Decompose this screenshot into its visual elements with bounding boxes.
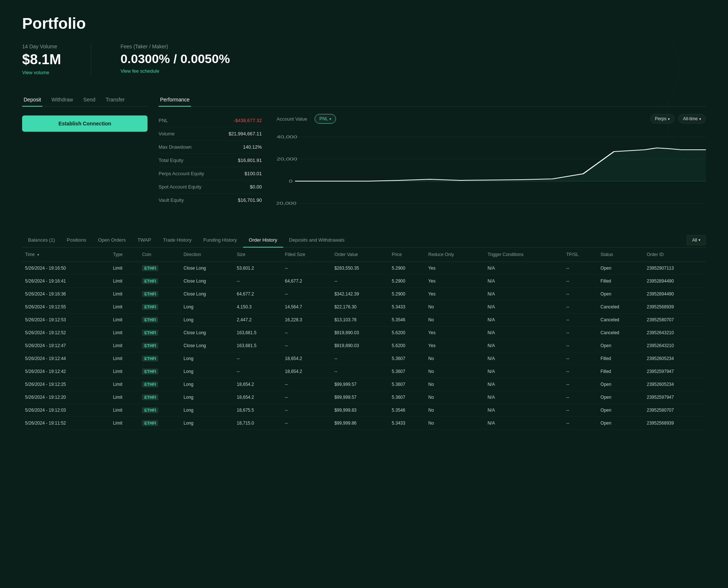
svg-marker-8 (295, 148, 706, 181)
col-status: Status (597, 248, 644, 262)
cell-time: 5/26/2024 - 19:12:47 (22, 339, 110, 352)
col-order-id: Order ID (644, 248, 706, 262)
cell-type: Limit (110, 262, 139, 275)
cell-price: 5.3607 (389, 391, 425, 404)
cell-type: Limit (110, 301, 139, 314)
tab-trade-history[interactable]: Trade History (157, 233, 198, 247)
cell-direction: Long (181, 301, 234, 314)
col-trigger: Trigger Conditions (485, 248, 564, 262)
cell-order-value: $283,550.35 (332, 262, 389, 275)
coin-badge: ETHFI (142, 330, 158, 336)
cell-filled-size: -- (282, 391, 332, 404)
right-panel: Performance PNL -$438,677.32 Volume $21,… (159, 94, 706, 218)
cell-reduce-only: No (425, 352, 485, 365)
performance-tabs-row: Performance (159, 94, 706, 107)
cell-price: 5.3607 (389, 352, 425, 365)
cell-trigger: N/A (485, 326, 564, 339)
cell-order-id: 23952907113 (644, 262, 706, 275)
tab-positions[interactable]: Positions (61, 233, 92, 247)
cell-time: 5/26/2024 - 19:16:50 (22, 262, 110, 275)
table-row: 5/26/2024 - 19:12:20 Limit ETHFI Long 18… (22, 391, 706, 404)
performance-chart: 40,000 20,000 0 -20,000 (277, 129, 706, 218)
cell-coin: ETHFI (139, 417, 180, 430)
fees-label: Fees (Taker / Maker) (121, 44, 230, 49)
filter-chevron-icon: ▾ (698, 238, 700, 242)
cell-type: Limit (110, 326, 139, 339)
cell-price: 5.3433 (389, 301, 425, 314)
filter-dropdown[interactable]: All ▾ (687, 235, 706, 245)
cell-tp-sl: -- (564, 417, 598, 430)
metric-total-equity: Total Equity $16,801.91 (159, 154, 262, 167)
cell-status: Open (597, 339, 644, 352)
cell-order-value: -- (332, 365, 389, 378)
volume-stat: 14 Day Volume $8.1M View volume (22, 44, 61, 75)
view-fee-schedule-link[interactable]: View fee schedule (121, 68, 159, 74)
cell-reduce-only: No (425, 417, 485, 430)
tab-balances[interactable]: Balances (1) (22, 233, 61, 247)
tab-funding-history[interactable]: Funding History (198, 233, 243, 247)
cell-type: Limit (110, 391, 139, 404)
cell-order-value: $919,890.03 (332, 339, 389, 352)
left-panel: Deposit Withdraw Send Transfer Establish… (22, 94, 148, 218)
alltime-filter[interactable]: All-time ▾ (678, 114, 706, 124)
cell-order-id: 23952580707 (644, 314, 706, 326)
tab-send[interactable]: Send (82, 94, 97, 106)
view-volume-link[interactable]: View volume (22, 70, 49, 75)
cell-direction: Close Long (181, 288, 234, 301)
cell-order-id: 23952568939 (644, 417, 706, 430)
cell-type: Limit (110, 314, 139, 326)
cell-reduce-only: No (425, 391, 485, 404)
metric-pnl: PNL -$438,677.32 (159, 114, 262, 127)
alltime-chevron-icon: ▾ (699, 117, 701, 121)
cell-coin: ETHFI (139, 326, 180, 339)
cell-reduce-only: Yes (425, 288, 485, 301)
bottom-section: Balances (1) Positions Open Orders TWAP … (22, 233, 706, 430)
cell-tp-sl: -- (564, 365, 598, 378)
cell-tp-sl: -- (564, 404, 598, 417)
cell-trigger: N/A (485, 378, 564, 391)
cell-size: 18,675.5 (234, 404, 282, 417)
tab-open-orders[interactable]: Open Orders (92, 233, 132, 247)
chart-container: 40,000 20,000 0 -20,000 (277, 129, 706, 218)
cell-price: 5.3546 (389, 404, 425, 417)
tab-order-history[interactable]: Order History (243, 233, 283, 247)
table-row: 5/26/2024 - 19:12:03 Limit ETHFI Long 18… (22, 404, 706, 417)
table-row: 5/26/2024 - 19:16:41 Limit ETHFI Close L… (22, 275, 706, 288)
col-time[interactable]: Time ▾ (22, 248, 110, 262)
chart-view-toggle: Account Value PNL ▾ (277, 114, 336, 124)
tab-performance[interactable]: Performance (159, 94, 191, 106)
cell-order-value: $99,999.57 (332, 378, 389, 391)
coin-badge: ETHFI (142, 420, 158, 426)
perps-filter[interactable]: Perps ▾ (650, 114, 675, 124)
cell-reduce-only: Yes (425, 339, 485, 352)
coin-badge: ETHFI (142, 369, 158, 374)
coin-badge: ETHFI (142, 291, 158, 297)
tab-deposits-withdrawals[interactable]: Deposits and Withdrawals (283, 233, 350, 247)
cell-trigger: N/A (485, 391, 564, 404)
cell-direction: Long (181, 314, 234, 326)
cell-reduce-only: No (425, 378, 485, 391)
cell-filled-size: 18,654.2 (282, 365, 332, 378)
cell-size: 2,447.2 (234, 314, 282, 326)
col-type: Type (110, 248, 139, 262)
cell-coin: ETHFI (139, 314, 180, 326)
cell-size: 18,654.2 (234, 391, 282, 404)
pnl-toggle[interactable]: PNL ▾ (315, 114, 336, 124)
metric-spot-equity: Spot Account Equity $0.00 (159, 180, 262, 194)
cell-reduce-only: No (425, 404, 485, 417)
cell-filled-size: 64,677.2 (282, 275, 332, 288)
performance-content: PNL -$438,677.32 Volume $21,994,667.11 M… (159, 114, 706, 218)
cell-type: Limit (110, 404, 139, 417)
establish-connection-button[interactable]: Establish Connection (22, 115, 148, 132)
tab-deposit[interactable]: Deposit (22, 94, 42, 106)
col-direction: Direction (181, 248, 234, 262)
tab-twap[interactable]: TWAP (132, 233, 157, 247)
tab-transfer[interactable]: Transfer (104, 94, 126, 106)
tab-withdraw[interactable]: Withdraw (50, 94, 74, 106)
cell-tp-sl: -- (564, 391, 598, 404)
order-history-table: Time ▾ Type Coin Direction Size Filled S… (22, 248, 706, 430)
coin-badge: ETHFI (142, 343, 158, 349)
table-row: 5/26/2024 - 19:16:36 Limit ETHFI Close L… (22, 288, 706, 301)
deposit-tabs-row: Deposit Withdraw Send Transfer (22, 94, 148, 107)
coin-badge: ETHFI (142, 278, 158, 284)
